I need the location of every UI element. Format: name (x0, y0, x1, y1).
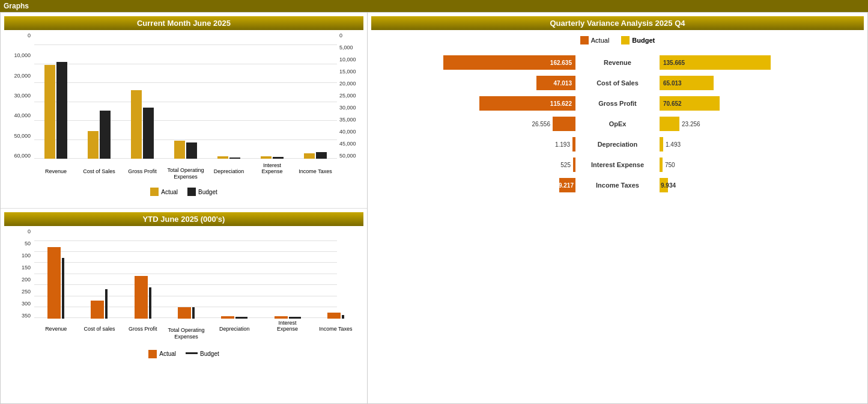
q-value-dep-actual: 1.193 (555, 141, 570, 148)
y-axis-left: 60,000 50,000 40,000 30,000 20,000 10,00… (4, 32, 33, 159)
chart2-title: YTD June 2025 (000's) (4, 212, 363, 226)
label-dep: Depreciation (210, 168, 249, 174)
q-bar-tax-budget: 9.934 (660, 178, 668, 192)
ytd-bar-cos-budget (105, 289, 108, 318)
q-legend-budget: Budget (621, 36, 655, 44)
ytd-bar-cos-actual (91, 301, 104, 319)
q-bar-gp-actual: 115.622 (479, 96, 575, 111)
ytd-legend-budget-label: Budget (200, 350, 219, 357)
label-int: Interest Expense (253, 162, 292, 174)
q-budget-swatch (621, 36, 630, 44)
q-bar-cos-budget: 65.013 (660, 76, 714, 90)
legend-budget-label: Budget (198, 189, 217, 195)
q-label-opex: OpEx (575, 120, 660, 127)
chart1-legend: Actual Budget (4, 188, 363, 196)
q-right-dep: 1.493 (660, 137, 852, 152)
q-value-int-budget: 750 (665, 162, 675, 168)
label-revenue: Revenue (40, 168, 73, 174)
q-value-int-actual: 525 (560, 162, 571, 168)
bars-container-ytd: Revenue Cost of sales (34, 240, 357, 319)
legend-budget: Budget (187, 188, 217, 196)
ytd-bar-dep-actual (221, 316, 234, 319)
ytd-budget-swatch (186, 352, 198, 354)
ytd-bar-revenue-budget (62, 258, 64, 318)
ytd-bar-int-budget (289, 317, 301, 319)
quarterly-legend: Actual Budget (371, 36, 864, 44)
ytd-bar-revenue-actual (47, 247, 61, 318)
q-right-tax: 9.934 (660, 178, 852, 192)
bar-int-actual (261, 156, 272, 159)
ytd-legend-budget: Budget (186, 350, 219, 358)
bar-gp-actual (131, 90, 142, 159)
q-left-int: 525 (383, 158, 575, 172)
ytd-label-tax: Income Taxes (318, 326, 354, 332)
q-label-dep: Depreciation (575, 141, 660, 148)
q-right-gp: 70.652 (660, 96, 852, 111)
q-label-gp: Gross Profit (575, 100, 660, 107)
q-row-revenue: 162.635 Revenue 135.665 (383, 54, 852, 71)
top-bar: Graphs (0, 0, 868, 12)
bar-opex-actual (174, 141, 185, 159)
ytd-label-revenue: Revenue (41, 326, 71, 332)
bar-dep-actual (217, 156, 228, 159)
ytd-legend-actual-label: Actual (159, 350, 176, 357)
q-value-dep-budget: 1.493 (666, 141, 681, 148)
y-axis-ytd: 350 300 250 200 150 100 50 0 (4, 228, 33, 319)
bar-cos-actual (88, 131, 99, 159)
bar-tax-actual (304, 153, 315, 159)
q-left-revenue: 162.635 (383, 55, 575, 70)
chart-ytd: YTD June 2025 (000's) 350 300 250 200 15… (1, 209, 367, 404)
ytd-bar-opex-budget (192, 307, 195, 318)
q-value-opex-budget: 23.256 (682, 121, 700, 127)
chart1-title: Current Month June 2025 (4, 16, 363, 30)
q-bar-cos-actual: 47.013 (536, 76, 575, 90)
q-actual-swatch (580, 36, 589, 44)
q-row-cos: 47.013 Cost of Sales 65.013 (383, 75, 852, 91)
q-right-int: 750 (660, 158, 852, 172)
q-row-int: 525 Interest Expense 750 (383, 156, 852, 173)
q-row-gp: 115.622 Gross Profit 70.652 (383, 95, 852, 112)
bar-opex-budget (186, 142, 197, 159)
legend-actual-label: Actual (161, 189, 178, 195)
ytd-legend-actual: Actual (148, 350, 176, 358)
legend-actual: Actual (150, 188, 178, 196)
ytd-label-dep: Depreciation (216, 326, 252, 332)
ytd-label-cos: Cost of sales (83, 326, 116, 332)
q-row-opex: 26.556 OpEx 23.256 (383, 115, 852, 132)
q-bar-tax-actual: 19.217 (559, 178, 575, 192)
left-panel: Current Month June 2025 60,000 50,000 40… (1, 13, 368, 403)
y-axis-right: 50,000 45,000 40,000 35,000 30,000 25,00… (337, 32, 363, 159)
budget-swatch (187, 188, 196, 196)
label-tax: Income Taxes (296, 168, 335, 174)
q-right-revenue: 135.665 (660, 55, 852, 70)
label-gp: Gross Profit (124, 168, 160, 174)
q-right-opex: 23.256 (660, 117, 852, 131)
q-bar-int-budget (660, 158, 663, 172)
q-legend-actual: Actual (580, 36, 610, 44)
ytd-label-opex: Total Operating Expenses (165, 327, 207, 340)
bar-int-budget (273, 157, 284, 159)
ytd-bar-tax-budget (342, 315, 344, 318)
label-cos: Cost of Sales (81, 168, 117, 174)
q-bar-opex-budget (660, 117, 679, 131)
ytd-bar-tax-actual (327, 313, 341, 318)
bar-gp-budget (143, 108, 154, 159)
q-row-dep: 1.193 Depreciation 1.493 (383, 136, 852, 153)
bar-dep-budget (229, 158, 240, 159)
q-legend-actual-label: Actual (591, 37, 610, 44)
bar-revenue-actual (44, 65, 55, 159)
actual-swatch (150, 188, 159, 196)
q-bar-revenue-actual: 162.635 (443, 55, 575, 70)
quarterly-rows: 162.635 Revenue 135.665 47.013 Cost of S… (371, 54, 864, 194)
q-label-revenue: Revenue (575, 59, 660, 66)
q-row-tax: 19.217 Income Taxes 9.934 (383, 177, 852, 194)
q-left-tax: 19.217 (383, 178, 575, 192)
q-left-cos: 47.013 (383, 76, 575, 90)
q-left-gp: 115.622 (383, 96, 575, 111)
label-opex: Total Operating Expenses (165, 167, 207, 180)
q-bar-opex-actual (553, 117, 575, 131)
ytd-bar-opex-actual (178, 307, 191, 318)
q-label-tax: Income Taxes (575, 182, 660, 189)
bars-container-1: Revenue Cost of Sales (34, 44, 337, 159)
q-bar-gp-budget: 70.652 (660, 96, 720, 111)
